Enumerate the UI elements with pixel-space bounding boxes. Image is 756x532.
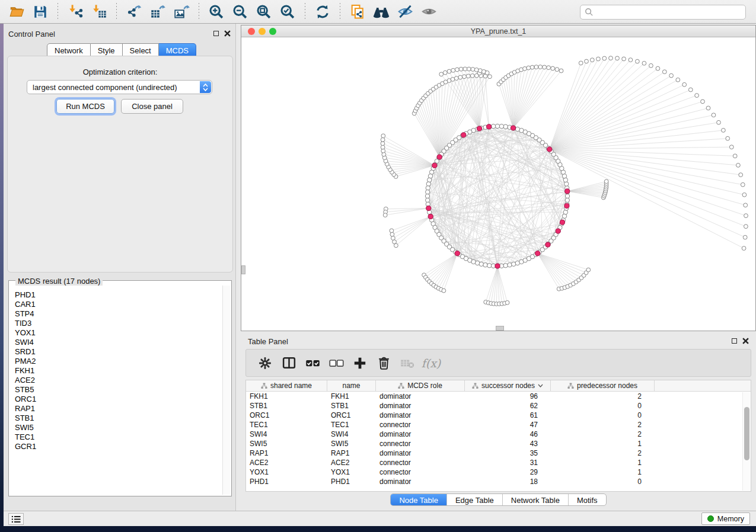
network-node[interactable] xyxy=(495,124,499,128)
export-image-button[interactable] xyxy=(171,2,192,22)
network-leaf-node[interactable] xyxy=(712,113,716,117)
hide-selected-button[interactable] xyxy=(395,2,415,22)
column-header-name[interactable]: name xyxy=(327,380,376,391)
network-node[interactable] xyxy=(565,194,569,198)
float-panel-icon[interactable] xyxy=(732,338,737,344)
import-table-button[interactable] xyxy=(89,2,109,22)
network-node[interactable] xyxy=(499,124,503,129)
float-panel-icon[interactable] xyxy=(213,31,219,36)
table-row[interactable]: FKH1FKH1dominator962 xyxy=(246,392,751,401)
network-leaf-node[interactable] xyxy=(547,66,551,70)
table-row[interactable]: PHD1PHD1dominator180 xyxy=(246,477,751,486)
network-leaf-node[interactable] xyxy=(451,78,455,82)
network-leaf-node[interactable] xyxy=(381,145,385,149)
table-options-button[interactable] xyxy=(254,352,276,374)
network-leaf-node[interactable] xyxy=(636,59,640,63)
network-leaf-node[interactable] xyxy=(585,59,589,63)
network-leaf-node[interactable] xyxy=(451,68,455,72)
apply-layout-button[interactable] xyxy=(312,2,333,22)
table-row[interactable]: YOX1YOX1connector291 xyxy=(246,467,751,477)
show-column-button[interactable] xyxy=(278,352,299,374)
mcds-node[interactable] xyxy=(495,264,500,268)
network-leaf-node[interactable] xyxy=(744,214,748,218)
zoom-out-button[interactable] xyxy=(230,2,250,22)
network-leaf-node[interactable] xyxy=(722,129,726,133)
mcds-node[interactable] xyxy=(556,229,560,233)
table-row[interactable]: RAP1RAP1dominator352 xyxy=(246,448,751,458)
mcds-result-list[interactable]: PHD1CAR1STP4TID3YOX1SWI4SRD1PMA2FKH1ACE2… xyxy=(10,286,222,495)
network-node[interactable] xyxy=(426,186,430,190)
tab-motifs[interactable]: Motifs xyxy=(569,494,606,505)
network-leaf-node[interactable] xyxy=(602,56,607,60)
network-leaf-node[interactable] xyxy=(586,268,591,272)
mcds-node[interactable] xyxy=(487,124,492,129)
network-node[interactable] xyxy=(508,263,512,267)
network-leaf-node[interactable] xyxy=(743,235,747,239)
mcds-result-item[interactable]: RAP1 xyxy=(15,404,222,414)
network-leaf-node[interactable] xyxy=(470,74,474,78)
network-leaf-node[interactable] xyxy=(596,57,601,61)
network-vertical-scrollbar[interactable] xyxy=(241,265,245,274)
network-leaf-node[interactable] xyxy=(455,68,460,72)
table-scrollbar-thumb[interactable] xyxy=(744,407,749,460)
run-mcds-button[interactable]: Run MCDS xyxy=(56,99,114,114)
network-leaf-node[interactable] xyxy=(656,66,660,70)
network-horizontal-scrollbar[interactable] xyxy=(496,326,504,331)
network-leaf-node[interactable] xyxy=(381,134,385,138)
column-header-successor-nodes[interactable]: successor nodes xyxy=(465,380,551,391)
network-node[interactable] xyxy=(564,182,569,186)
mcds-result-item[interactable]: GCR1 xyxy=(15,442,222,451)
mcds-result-item[interactable]: SWI5 xyxy=(15,423,222,432)
mcds-node[interactable] xyxy=(477,126,481,131)
network-node[interactable] xyxy=(503,264,508,268)
table-row[interactable]: SWI4SWI4dominator462 xyxy=(246,430,751,439)
network-leaf-node[interactable] xyxy=(676,78,680,82)
mcds-node[interactable] xyxy=(565,189,570,194)
first-neighbors-button[interactable] xyxy=(371,2,391,22)
select-all-button[interactable] xyxy=(302,352,323,374)
network-leaf-node[interactable] xyxy=(381,137,385,142)
network-leaf-node[interactable] xyxy=(527,66,531,70)
mcds-node[interactable] xyxy=(428,214,433,219)
close-panel-icon[interactable] xyxy=(742,338,749,344)
table-row[interactable]: TEC1TEC1connector472 xyxy=(246,420,751,430)
clone-network-button[interactable] xyxy=(347,2,368,22)
network-leaf-node[interactable] xyxy=(462,75,467,79)
network-leaf-node[interactable] xyxy=(682,82,687,86)
mcds-node[interactable] xyxy=(511,126,515,130)
import-network-button[interactable] xyxy=(65,2,85,22)
network-leaf-node[interactable] xyxy=(383,213,387,217)
network-leaf-node[interactable] xyxy=(471,68,475,72)
network-leaf-node[interactable] xyxy=(642,61,646,65)
network-node[interactable] xyxy=(426,182,430,186)
network-leaf-node[interactable] xyxy=(530,65,534,69)
network-leaf-node[interactable] xyxy=(706,106,710,110)
network-leaf-node[interactable] xyxy=(695,94,699,98)
mcds-result-item[interactable]: PMA2 xyxy=(15,357,222,366)
network-leaf-node[interactable] xyxy=(538,65,543,69)
export-network-button[interactable] xyxy=(124,2,144,22)
network-leaf-node[interactable] xyxy=(551,66,555,70)
mcds-node[interactable] xyxy=(546,242,550,247)
network-node[interactable] xyxy=(426,198,430,202)
mcds-node[interactable] xyxy=(560,220,564,225)
network-leaf-node[interactable] xyxy=(485,71,489,75)
mcds-node[interactable] xyxy=(437,155,442,159)
network-leaf-node[interactable] xyxy=(439,72,444,76)
mcds-result-item[interactable]: ACE2 xyxy=(15,376,222,385)
task-history-button[interactable] xyxy=(8,513,24,525)
column-header-shared-name[interactable]: shared name xyxy=(246,380,327,391)
mcds-result-item[interactable]: STB1 xyxy=(15,414,222,423)
mcds-node[interactable] xyxy=(564,203,569,208)
network-leaf-node[interactable] xyxy=(609,56,613,60)
tab-network[interactable]: Network xyxy=(47,43,91,56)
optimization-criterion-select[interactable]: largest connected component (undirected) xyxy=(27,80,212,94)
mcds-result-item[interactable]: YOX1 xyxy=(15,328,222,338)
save-session-button[interactable] xyxy=(30,2,50,22)
mcds-result-item[interactable]: STB5 xyxy=(15,385,222,395)
network-node[interactable] xyxy=(565,198,569,202)
network-leaf-node[interactable] xyxy=(474,68,479,72)
network-leaf-node[interactable] xyxy=(604,180,608,184)
network-leaf-node[interactable] xyxy=(742,193,747,197)
network-leaf-node[interactable] xyxy=(459,67,463,71)
